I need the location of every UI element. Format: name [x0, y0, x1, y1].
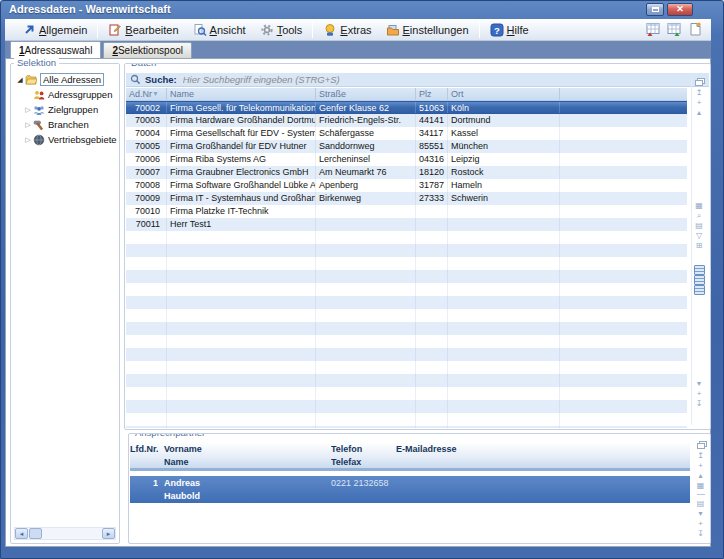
scroll-down-icon[interactable]: ▾ — [693, 379, 706, 388]
empty-table-row — [126, 400, 687, 413]
empty-table-row — [126, 244, 687, 257]
address-table-side-toolbar: ↥+▴▦⌕▤▽⊞▾+↧ — [691, 78, 706, 425]
scroll-right-button[interactable]: ▸ — [102, 528, 115, 539]
table-import-icon[interactable] — [666, 21, 682, 37]
table-cell — [559, 102, 687, 113]
search-icon — [130, 74, 141, 85]
table-row[interactable]: 70011Herr Test1 — [126, 218, 687, 231]
contact-header-line2 — [396, 456, 690, 468]
scroll-top-icon[interactable]: ↥ — [693, 88, 706, 97]
list-button-1[interactable] — [693, 265, 706, 274]
table-row[interactable]: 70009Firma IT - Systemhaus und Großhande… — [126, 192, 687, 205]
table-header[interactable]: Ad.Nr▼NameStraßePlzOrt — [126, 88, 687, 101]
scroll-up-icon[interactable]: ▴ — [694, 471, 707, 480]
scroll-top-icon[interactable]: ↥ — [694, 451, 707, 460]
empty-cell — [559, 270, 687, 283]
tree-item-vertriebsgebiete[interactable]: ▷Vertriebsgebiete — [11, 132, 119, 147]
menu-item-ansicht[interactable]: Ansicht — [186, 19, 253, 40]
empty-cell — [447, 309, 559, 322]
scroll-left-button[interactable]: ◂ — [15, 528, 28, 539]
grid-icon[interactable]: ▦ — [694, 481, 707, 490]
menu-bar: AllgemeinBearbeitenAnsichtToolsExtrasEin… — [5, 19, 711, 41]
contact-cell-line1: 1 — [130, 477, 158, 490]
header-cell-name[interactable]: Name — [166, 88, 315, 100]
add-icon[interactable]: + — [694, 461, 707, 470]
help-icon: ? — [490, 23, 504, 37]
filter-icon[interactable]: ▽ — [693, 231, 706, 240]
sum-icon[interactable]: ▤ — [693, 221, 706, 230]
contact-cell — [396, 476, 690, 503]
header-cell-ad-nr[interactable]: Ad.Nr▼ — [126, 88, 166, 100]
scroll-right-icon: ▸ — [107, 530, 111, 538]
table-row[interactable]: 70004Firma Gesellschaft für EDV - System… — [126, 127, 687, 140]
table-export-icon[interactable] — [645, 21, 661, 37]
new-document-icon[interactable] — [687, 21, 703, 37]
menu-item-einstellungen[interactable]: Einstellungen — [379, 19, 476, 40]
add-icon[interactable]: + — [693, 98, 706, 107]
menu-item-allgemein[interactable]: Allgemein — [15, 19, 94, 40]
header-cell-plz[interactable]: Plz — [415, 88, 447, 100]
menu-bar-right-toolbar — [645, 21, 703, 37]
collapsed-arrow-icon[interactable]: ▷ — [23, 136, 33, 144]
tree-item-branchen[interactable]: ▷Branchen — [11, 117, 119, 132]
empty-cell — [126, 387, 166, 400]
menu-item-bearbeiten[interactable]: Bearbeiten — [101, 19, 185, 40]
scrollbar-thumb[interactable] — [29, 528, 42, 539]
windows-icon[interactable]: ⊞ — [693, 241, 706, 250]
tree-item-alle-adressen[interactable]: ◢Alle Adressen — [11, 72, 119, 87]
tree-item-zielgruppen[interactable]: ▷Zielgruppen — [11, 102, 119, 117]
table-row[interactable]: 70007Firma Graubner Electronics GmbHAm N… — [126, 166, 687, 179]
table-row[interactable]: 70008Firma Software Großhandel Lübke AGA… — [126, 179, 687, 192]
contact-cell-line1 — [396, 477, 690, 490]
list-button-2[interactable] — [693, 275, 706, 284]
scroll-up-icon[interactable]: ▴ — [693, 108, 706, 117]
empty-cell — [415, 296, 447, 309]
collapsed-arrow-icon[interactable]: ▷ — [23, 106, 33, 114]
list-button-3[interactable] — [693, 285, 706, 294]
sort-descending-icon[interactable]: ▼ — [152, 88, 159, 100]
empty-cell — [315, 322, 415, 335]
tab-1-adressauswahl[interactable]: 1 Adressauswahl — [10, 41, 101, 58]
scroll-down-icon[interactable]: ▾ — [694, 509, 707, 518]
contact-table-header[interactable]: Lfd.Nr.VornameNameTelefonTelefaxE-Mailad… — [130, 442, 690, 471]
add-down-icon[interactable]: + — [693, 389, 706, 398]
scroll-bottom-icon[interactable]: ↧ — [693, 399, 706, 408]
menu-item-label: Bearbeiten — [125, 24, 178, 36]
copy-icon[interactable] — [694, 442, 707, 450]
table-row[interactable]: 70006Firma Riba Systems AGLercheninsel04… — [126, 153, 687, 166]
search-input[interactable] — [181, 74, 709, 86]
table-row[interactable]: 70010Firma Platzke IT-Technik — [126, 205, 687, 218]
contact-cell: AndreasHaubold — [158, 476, 331, 503]
contact-cell: 1 — [130, 476, 158, 503]
divider-icon[interactable] — [694, 491, 707, 499]
table-row[interactable]: 70005Firma Großhandel für EDV HutnerSand… — [126, 140, 687, 153]
menu-item-extras[interactable]: Extras — [316, 19, 378, 40]
table-cell — [559, 153, 687, 166]
empty-table-row — [126, 426, 687, 428]
search-small-icon[interactable]: ⌕ — [693, 211, 706, 220]
collapsed-arrow-icon[interactable]: ▷ — [23, 121, 33, 129]
restore-button[interactable] — [646, 3, 664, 16]
header-cell-ort[interactable]: Ort — [447, 88, 559, 100]
table-cell: Firma IT - Systemhaus und Großhandel — [166, 192, 315, 205]
table-row[interactable]: 70002Firma Gesell. für Telekommunikation… — [126, 101, 687, 114]
grid-icon[interactable]: ▦ — [693, 201, 706, 210]
table-row[interactable]: 70003Firma Hardware Großhandel DortmundF… — [126, 114, 687, 127]
sum-icon[interactable]: ▤ — [694, 499, 707, 508]
menu-item-tools[interactable]: Tools — [253, 19, 310, 40]
view-icon — [193, 23, 207, 37]
copy-icon[interactable] — [693, 78, 706, 87]
contact-header-vorname: VornameName — [158, 442, 331, 468]
close-button[interactable]: ✕ — [667, 3, 693, 16]
add-down-icon[interactable]: + — [694, 519, 707, 528]
tree-item-adressgruppen[interactable]: Adressgruppen — [11, 87, 119, 102]
scroll-bottom-icon[interactable]: ↧ — [694, 529, 707, 538]
divider-glyph — [697, 494, 705, 495]
contact-row[interactable]: 1AndreasHaubold0221 2132658 — [130, 476, 690, 503]
scroll-left-icon: ◂ — [20, 530, 24, 538]
menu-item-hilfe[interactable]: ?Hilfe — [483, 19, 536, 40]
tree-horizontal-scrollbar[interactable]: ◂ ▸ — [14, 527, 116, 540]
expanded-arrow-icon[interactable]: ◢ — [15, 76, 25, 84]
header-cell-stra-e[interactable]: Straße — [315, 88, 415, 100]
tab-2-selektionspool[interactable]: 2 Selektionspool — [103, 42, 192, 58]
